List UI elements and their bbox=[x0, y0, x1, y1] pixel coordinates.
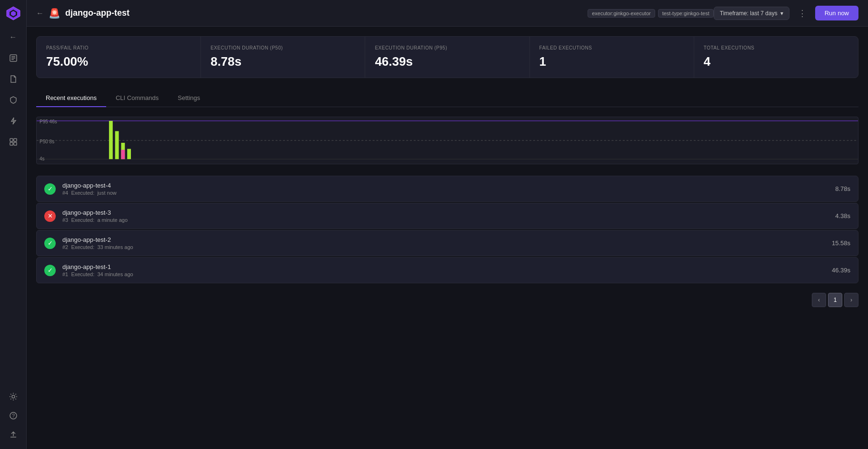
tag-test-type: test-type:ginkgo-test bbox=[658, 9, 714, 18]
execution-info: django-app-test-4 #4 Executed: just now bbox=[62, 182, 828, 196]
page-title: django-app-test bbox=[65, 8, 583, 18]
executed-time: 34 minutes ago bbox=[97, 271, 133, 277]
back-button[interactable]: ← bbox=[36, 9, 44, 18]
execution-row[interactable]: ✕ django-app-test-3 #3 Executed: a minut… bbox=[36, 203, 858, 229]
content-area: PASS/FAIL RATIO 75.00% EXECUTION DURATIO… bbox=[27, 27, 868, 449]
execution-name: django-app-test-2 bbox=[62, 236, 825, 243]
main-content: ← 🚨 django-app-test executor:ginkgo-exec… bbox=[27, 0, 868, 449]
sidebar-icon-grid[interactable] bbox=[5, 133, 22, 150]
chart-bottom-label: 4s bbox=[40, 156, 45, 161]
execution-number: #4 bbox=[62, 190, 68, 196]
execution-row[interactable]: ✓ django-app-test-2 #2 Executed: 33 minu… bbox=[36, 230, 858, 256]
execution-row[interactable]: ✓ django-app-test-1 #1 Executed: 34 minu… bbox=[36, 257, 858, 283]
header-left: ← 🚨 django-app-test executor:ginkgo-exec… bbox=[36, 8, 714, 19]
execution-meta: #2 Executed: 33 minutes ago bbox=[62, 244, 825, 250]
execution-name: django-app-test-3 bbox=[62, 209, 828, 216]
execution-duration: 8.78s bbox=[835, 185, 850, 192]
pagination: ‹ 1 › bbox=[36, 293, 858, 307]
tab-cli-commands[interactable]: CLI Commands bbox=[106, 90, 168, 107]
executed-label: Executed: bbox=[71, 217, 94, 223]
svg-point-11 bbox=[12, 395, 15, 398]
sidebar-icon-upload[interactable] bbox=[5, 426, 22, 443]
executed-label: Executed: bbox=[71, 190, 94, 196]
svg-rect-21 bbox=[127, 149, 131, 160]
page-icon: 🚨 bbox=[49, 8, 60, 19]
stat-total-value: 4 bbox=[704, 54, 848, 69]
pagination-next[interactable]: › bbox=[844, 293, 858, 307]
stat-p50: EXECUTION DURATION (P50) 8.78s bbox=[201, 37, 365, 78]
svg-rect-18 bbox=[115, 131, 119, 159]
executed-label: Executed: bbox=[71, 244, 94, 250]
execution-number: #2 bbox=[62, 244, 68, 250]
execution-meta: #4 Executed: just now bbox=[62, 190, 828, 196]
execution-number: #1 bbox=[62, 271, 68, 277]
executed-time: just now bbox=[97, 190, 116, 196]
stat-failed-value: 1 bbox=[539, 54, 684, 69]
sidebar: ← bbox=[0, 0, 27, 449]
stat-total: TOTAL EXECUTIONS 4 bbox=[694, 37, 858, 78]
stat-pass-fail-value: 75.00% bbox=[46, 54, 191, 69]
status-icon-fail: ✕ bbox=[44, 210, 56, 222]
executed-label: Executed: bbox=[71, 271, 94, 277]
tab-recent-executions[interactable]: Recent executions bbox=[36, 90, 106, 107]
execution-duration: 15.58s bbox=[832, 239, 850, 247]
executed-time: 33 minutes ago bbox=[97, 244, 133, 250]
execution-info: django-app-test-2 #2 Executed: 33 minute… bbox=[62, 236, 825, 250]
chart-p50-label: P50 8s bbox=[40, 139, 54, 144]
execution-row[interactable]: ✓ django-app-test-4 #4 Executed: just no… bbox=[36, 176, 858, 202]
execution-number: #3 bbox=[62, 217, 68, 223]
svg-rect-17 bbox=[109, 121, 113, 159]
execution-info: django-app-test-1 #1 Executed: 34 minute… bbox=[62, 263, 825, 277]
sidebar-icon-checklist[interactable] bbox=[5, 50, 22, 67]
sidebar-icon-document[interactable] bbox=[5, 70, 22, 88]
logo[interactable] bbox=[6, 6, 21, 21]
chart-p95-label: P95 46s bbox=[40, 119, 57, 124]
sidebar-icon-settings[interactable] bbox=[5, 388, 22, 405]
sidebar-icon-shield[interactable] bbox=[5, 91, 22, 109]
status-icon-pass: ✓ bbox=[44, 183, 56, 195]
execution-info: django-app-test-3 #3 Executed: a minute … bbox=[62, 209, 828, 223]
stats-grid: PASS/FAIL RATIO 75.00% EXECUTION DURATIO… bbox=[36, 36, 858, 78]
status-icon-pass: ✓ bbox=[44, 265, 56, 276]
execution-name: django-app-test-1 bbox=[62, 263, 825, 270]
tag-executor: executor:ginkgo-executor bbox=[588, 9, 655, 18]
execution-list: ✓ django-app-test-4 #4 Executed: just no… bbox=[36, 176, 858, 283]
status-icon-pass: ✓ bbox=[44, 238, 56, 249]
execution-meta: #3 Executed: a minute ago bbox=[62, 217, 828, 223]
more-options-button[interactable]: ⋮ bbox=[794, 6, 810, 20]
sidebar-icon-lightning[interactable] bbox=[5, 112, 22, 130]
chevron-down-icon: ▾ bbox=[780, 10, 783, 17]
stat-p95-value: 46.39s bbox=[375, 54, 519, 69]
chart-svg bbox=[37, 117, 858, 164]
svg-rect-10 bbox=[14, 142, 17, 145]
header-tags: executor:ginkgo-executor test-type:ginkg… bbox=[588, 9, 714, 18]
sidebar-icon-back[interactable]: ← bbox=[5, 29, 22, 46]
tab-settings[interactable]: Settings bbox=[168, 90, 210, 107]
stat-pass-fail: PASS/FAIL RATIO 75.00% bbox=[37, 37, 200, 78]
pagination-prev[interactable]: ‹ bbox=[812, 293, 826, 307]
execution-chart: P95 46s P50 8s 4s bbox=[36, 117, 858, 164]
stat-p95-label: EXECUTION DURATION (P95) bbox=[375, 45, 519, 50]
stat-pass-fail-label: PASS/FAIL RATIO bbox=[46, 45, 191, 50]
execution-duration: 4.38s bbox=[835, 212, 850, 220]
stat-total-label: TOTAL EXECUTIONS bbox=[704, 45, 848, 50]
execution-meta: #1 Executed: 34 minutes ago bbox=[62, 271, 825, 277]
timeframe-selector[interactable]: Timeframe: last 7 days ▾ bbox=[714, 7, 789, 20]
stat-failed: FAILED EXECUTIONS 1 bbox=[530, 37, 694, 78]
svg-rect-20 bbox=[121, 150, 125, 160]
stat-p95: EXECUTION DURATION (P95) 46.39s bbox=[365, 37, 529, 78]
run-now-button[interactable]: Run now bbox=[815, 6, 858, 20]
timeframe-label: Timeframe: last 7 days bbox=[720, 10, 778, 17]
stat-failed-label: FAILED EXECUTIONS bbox=[539, 45, 684, 50]
svg-text:?: ? bbox=[12, 413, 15, 419]
stat-p50-value: 8.78s bbox=[210, 54, 355, 69]
executed-time: a minute ago bbox=[97, 217, 128, 223]
execution-duration: 46.39s bbox=[832, 267, 850, 274]
execution-name: django-app-test-4 bbox=[62, 182, 828, 189]
header-title-row: ← 🚨 django-app-test executor:ginkgo-exec… bbox=[36, 8, 714, 19]
svg-rect-9 bbox=[10, 142, 13, 145]
stat-p50-label: EXECUTION DURATION (P50) bbox=[210, 45, 355, 50]
sidebar-icon-help[interactable]: ? bbox=[5, 407, 22, 424]
sidebar-bottom: ? bbox=[5, 388, 22, 443]
pagination-page-1[interactable]: 1 bbox=[828, 293, 842, 307]
